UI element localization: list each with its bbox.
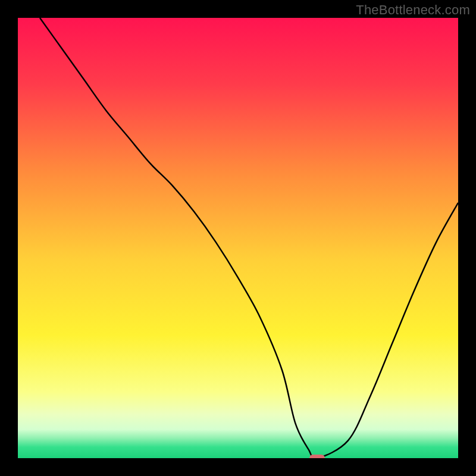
watermark-text: TheBottleneck.com bbox=[356, 2, 470, 18]
bottleneck-curve bbox=[18, 18, 458, 458]
optimal-marker bbox=[309, 455, 325, 458]
plot-area bbox=[18, 18, 458, 458]
